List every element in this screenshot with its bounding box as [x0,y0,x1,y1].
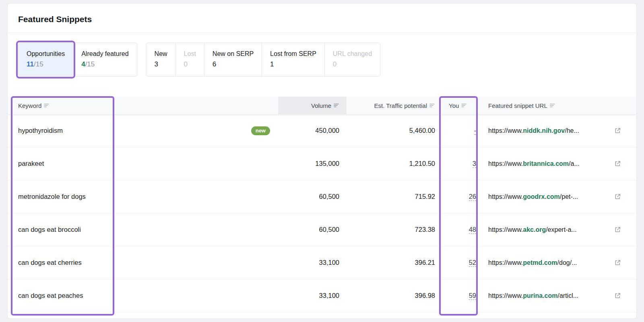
header-url: Featured snippet URL [487,97,636,114]
snippet-url-link[interactable]: https://www.niddk.nih.gov/he... [488,127,579,134]
volume-cell: 60,500 [278,226,347,233]
snippet-url-link[interactable]: https://www.akc.org/expert-a... [488,226,577,233]
url-domain: britannica.com [523,160,569,167]
url-domain: purina.com [523,292,557,299]
filter-label: URL changed [333,50,372,58]
table-row: metronidazole for dogs 60,500 715.92 26 … [8,180,636,213]
header-volume-label: Volume [311,102,331,109]
you-cell: - [442,127,487,134]
external-link-icon[interactable] [614,259,621,266]
table-body: hypothyroidism new 450,000 5,460.00 - ht… [8,114,636,312]
snippet-url-link[interactable]: https://www.petmd.com/dog/... [488,259,577,266]
snippet-url-link[interactable]: https://www.britannica.com/a... [488,160,580,167]
tab-count: 11/15 [27,59,65,70]
url-prefix: https://www. [488,292,523,299]
tab-count-total: /15 [85,60,95,68]
external-link-icon[interactable] [614,226,621,233]
header-you: You [442,97,487,114]
filter-count: 3 [155,59,167,70]
page-title: Featured Snippets [18,14,626,25]
snippet-url-link[interactable]: https://www.goodrx.com/pet-... [488,193,578,200]
header-keyword-sort[interactable]: Keyword [18,102,50,109]
tab-opportunities[interactable]: Opportunities 11/15 [18,43,73,76]
url-cell: https://www.niddk.nih.gov/he... [487,127,636,134]
external-link-icon[interactable] [614,193,621,200]
you-position-link[interactable]: 48 [469,226,476,234]
you-position-link[interactable]: 3 [473,160,476,168]
table-row: hypothyroidism new 450,000 5,460.00 - ht… [8,114,636,147]
table-row: can dogs eat cherries 33,100 396.21 52 h… [8,246,636,279]
url-cell: https://www.goodrx.com/pet-... [487,193,636,200]
header-traffic-label: Est. Traffic potential [374,102,427,109]
url-path: /expert-a... [546,226,576,233]
header-traffic-sort[interactable]: Est. Traffic potential [374,102,435,109]
traffic-cell: 396.21 [347,259,442,266]
table-header: Keyword Volume Est. Traffic potential [8,97,636,114]
you-position-link[interactable]: - [474,127,477,135]
filter-group: New 3 Lost 0 New on SERP 6 Lost from SER… [146,43,380,76]
url-domain: petmd.com [523,259,557,266]
external-link-icon[interactable] [614,160,621,167]
you-position-link[interactable]: 26 [469,193,476,201]
header-you-sort[interactable]: You [449,102,467,109]
header-spacer [119,97,278,114]
url-prefix: https://www. [488,160,523,167]
table-row: can dogs eat broccoli 60,500 723.38 48 h… [8,213,636,246]
you-position-link[interactable]: 52 [469,259,476,267]
filter-count: 6 [213,59,254,70]
snippet-url-link[interactable]: https://www.purina.com/articl... [488,292,578,299]
volume-cell: 33,100 [278,259,347,266]
sort-icon [461,103,467,108]
header-volume: Volume [278,97,347,114]
filter-label: Lost [184,50,196,58]
url-prefix: https://www. [488,226,523,233]
table-row: can dogs eat peaches 33,100 396.98 59 ht… [8,279,636,312]
external-link-icon[interactable] [614,127,621,134]
header-volume-sort[interactable]: Volume [311,102,339,109]
filter-lost[interactable]: Lost 0 [175,43,204,76]
header-url-sort[interactable]: Featured snippet URL [488,102,555,109]
filter-count: 0 [333,59,372,70]
filter-url-changed[interactable]: URL changed 0 [324,43,380,76]
traffic-cell: 723.38 [347,226,442,233]
traffic-cell: 5,460.00 [347,127,442,134]
keyword-text: hypothyroidism [18,127,63,134]
url-path: /a... [569,160,580,167]
volume-cell: 33,100 [278,292,347,299]
url-prefix: https://www. [488,259,523,266]
url-prefix: https://www. [488,193,523,200]
controls-row: Opportunities 11/15 Already featured 4/1… [8,33,636,87]
you-position-link[interactable]: 59 [469,292,476,300]
volume-cell: 60,500 [278,193,347,200]
keyword-cell: can dogs eat peaches [8,292,119,299]
keyword-cell: hypothyroidism [8,127,119,134]
external-link-icon[interactable] [614,292,621,299]
filter-new-on-serp[interactable]: New on SERP 6 [204,43,262,76]
table-row: parakeet 135,000 1,210.50 3 https://www.… [8,147,636,180]
tab-count: 4/15 [81,59,128,70]
traffic-cell: 1,210.50 [347,160,442,167]
keyword-text: can dogs eat peaches [18,292,83,299]
keyword-text: can dogs eat broccoli [18,226,81,233]
url-cell: https://www.petmd.com/dog/... [487,259,636,266]
tab-already-featured[interactable]: Already featured 4/15 [73,43,137,76]
filter-new[interactable]: New 3 [146,43,176,76]
url-domain: goodrx.com [523,193,560,200]
filter-lost-from-serp[interactable]: Lost from SERP 1 [262,43,325,76]
tab-label: Opportunities [27,50,65,58]
you-cell: 59 [442,292,487,299]
keyword-cell: metronidazole for dogs [8,193,119,200]
url-path: /dog/... [557,259,577,266]
tab-label: Already featured [81,50,128,58]
tab-count-value: 4 [81,60,85,68]
filter-count: 1 [270,59,316,70]
header-traffic: Est. Traffic potential [347,97,442,114]
url-prefix: https://www. [488,127,523,134]
you-cell: 26 [442,193,487,200]
snippets-table: Keyword Volume Est. Traffic potential [8,97,636,312]
keyword-cell: can dogs eat broccoli [8,226,119,233]
new-badge: new [251,126,270,135]
header-keyword: Keyword [8,97,119,114]
you-cell: 48 [442,226,487,233]
url-cell: https://www.purina.com/articl... [487,292,636,299]
